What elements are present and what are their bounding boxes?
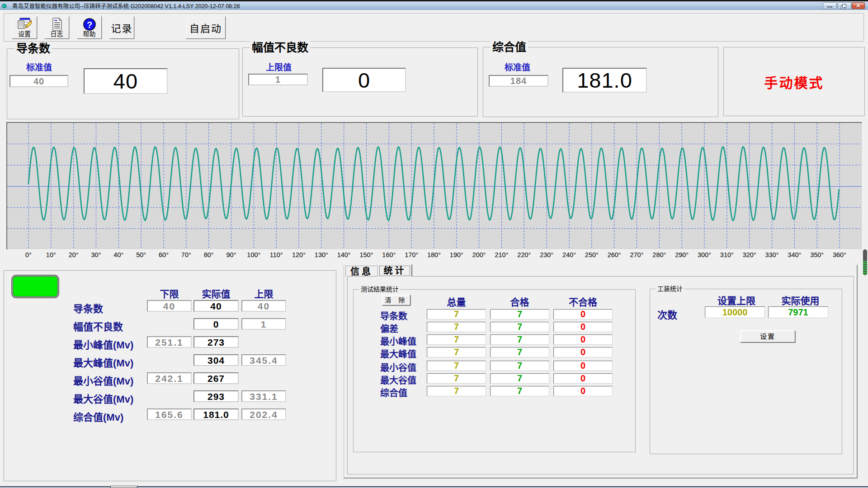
result-lower-value: 165.6 [147,408,192,420]
x-tick-label: 0° [25,251,32,258]
restore-button[interactable] [838,2,851,9]
stat-pass-value: 7 [490,334,549,345]
x-tick-label: 230° [540,251,553,258]
stat-total-value: 7 [427,347,486,357]
x-tick-label: 30° [91,251,101,258]
tooling-header-set-limit: 设置上限 [705,293,768,307]
bar-count-standard-input[interactable]: 40 [9,75,68,87]
bar-count-standard-label: 标准值 [26,61,52,73]
composite-panel: 综合值 标准值 184 181.0 [483,47,718,117]
x-tick-label: 50° [136,251,146,258]
result-actual-value: 304 [193,354,239,366]
log-button[interactable]: 日志 [44,16,69,39]
tooling-set-button[interactable]: 设置 [740,330,795,343]
result-lower-value: 242.1 [147,372,192,384]
composite-standard-input[interactable]: 184 [489,75,548,87]
result-upper-value: 202.4 [241,408,286,420]
close-icon: ✕ [852,3,864,9]
x-tick-label: 270° [630,251,643,258]
stat-pass-value: 7 [490,347,549,357]
record-button[interactable]: 记录 [109,16,134,39]
stat-row-label: 综合值 [380,386,407,399]
stat-total-value: 7 [427,322,486,332]
stat-fail-value: 0 [553,386,613,396]
result-actual-value: 40 [193,300,239,312]
tooling-group-title: 工装统计 [656,285,684,292]
amplitude-defect-panel: 幅值不良数 上限值 1 0 [242,47,478,117]
result-actual-value: 181.0 [193,408,239,420]
x-tick-label: 220° [517,251,531,258]
stat-row-label: 导条数 [380,309,407,322]
x-tick-label: 180° [427,251,441,258]
title-bar[interactable]: ❋ 青岛艾普智能仪器有限公司--压铸转子测试系统 G202008042 V1.1… [0,1,868,10]
stat-row-label: 最大谷值 [380,373,416,386]
x-tick-label: 360° [833,251,846,258]
result-upper-value: 1 [241,318,286,330]
results-header-actual: 实际值 [193,286,239,300]
help-button-label: 帮助 [77,29,101,38]
tab-stats[interactable]: 统计 [378,264,412,277]
result-actual-value: 273 [193,336,239,348]
result-lower-value: 40 [147,300,192,312]
x-tick-label: 80° [204,251,214,258]
x-tick-label: 290° [675,251,689,258]
x-tick-label: 60° [159,251,169,258]
close-button[interactable]: ✕ [852,2,865,9]
x-tick-label: 320° [743,251,756,258]
stats-header-fail: 不合格 [553,295,613,308]
stat-total-value: 7 [427,334,486,345]
clear-button[interactable]: 清 除 [382,295,410,305]
stat-row-label: 最小谷值 [380,361,416,374]
x-tick-label: 150° [359,251,373,258]
result-upper-value: 40 [241,300,286,312]
x-tick-label: 300° [698,251,711,258]
stat-row-label: 最大峰值 [380,347,416,360]
x-tick-label: 210° [495,251,508,258]
minimize-icon [827,6,832,8]
status-lamp [12,275,59,298]
x-tick-label: 310° [720,251,734,258]
bar-count-value: 40 [84,68,168,94]
record-button-label: 记录 [110,20,134,35]
restore-icon-back [842,4,846,8]
result-row-label: 最小峰值(Mv) [73,337,133,351]
result-row-label: 最大谷值(Mv) [73,391,133,405]
mode-panel: 手动模式 [723,47,865,116]
level-indicator [863,249,867,275]
x-tick-label: 350° [810,251,824,258]
stat-fail-value: 0 [553,373,613,384]
result-row-label: 导条数 [73,300,103,315]
x-tick-label: 130° [315,251,328,258]
x-tick-label: 160° [382,251,396,258]
tooling-set-limit-value[interactable]: 10000 [705,306,765,318]
app-window: ❋ 青岛艾普智能仪器有限公司--压铸转子测试系统 G202008042 V1.1… [0,0,868,488]
minimize-button[interactable] [823,2,837,9]
x-tick-label: 90° [226,251,236,258]
stat-row-label: 偏差 [380,322,398,335]
help-button[interactable]: ? 帮助 [77,16,102,39]
stat-total-value: 7 [427,361,486,371]
stat-total-value: 7 [427,373,486,384]
stat-pass-value: 7 [490,309,549,319]
amplitude-limit-input[interactable]: 1 [248,74,308,85]
result-row-label: 最大峰值(Mv) [73,355,133,369]
stat-fail-value: 0 [553,309,613,319]
result-lower-value: 251.1 [147,336,192,348]
autostart-button[interactable]: 自启动 [186,16,226,39]
test-stats-group-title: 测试结果统计 [359,286,401,293]
results-panel: 下限 实际值 上限 导条数404040幅值不良数01最小峰值(Mv)251.12… [4,270,336,481]
svg-text:?: ? [86,20,92,30]
x-tick-label: 70° [181,251,191,258]
x-tick-label: 170° [405,251,418,258]
settings-button[interactable]: 设置 [12,16,37,39]
x-tick-label: 330° [765,251,778,258]
amplitude-limit-label: 上限值 [266,61,292,73]
tab-info[interactable]: 信息 [345,266,378,277]
result-row-label: 幅值不良数 [73,319,123,333]
x-tick-label: 40° [113,251,123,258]
autostart-button-label: 自启动 [186,20,225,35]
stat-total-value: 7 [427,309,486,319]
window-title: 青岛艾普智能仪器有限公司--压铸转子测试系统 G202008042 V1.1.4… [12,3,240,10]
stat-pass-value: 7 [490,361,549,371]
stat-total-value: 7 [427,386,486,396]
